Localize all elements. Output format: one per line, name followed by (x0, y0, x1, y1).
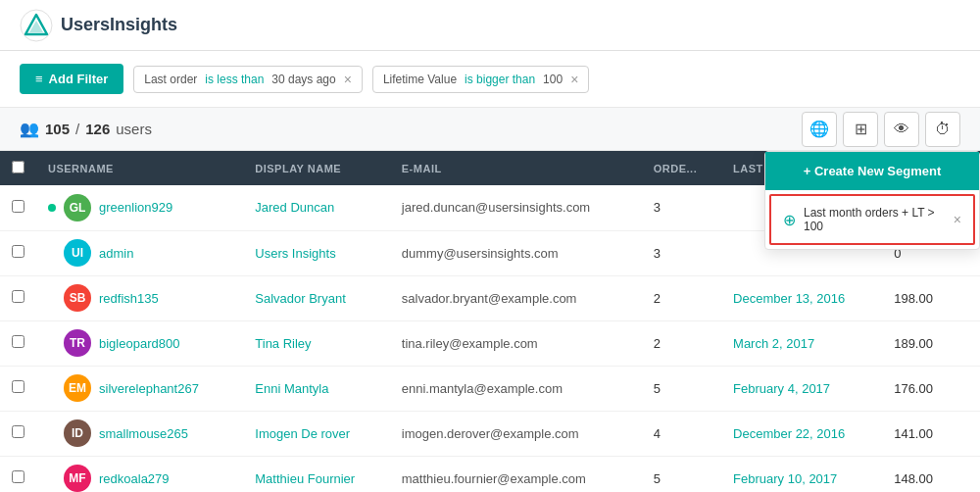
lifetime-value: 176.00 (894, 381, 933, 396)
row-checkbox[interactable] (12, 290, 24, 303)
display-name-link[interactable]: Jared Duncan (255, 200, 334, 215)
row-username-cell: TR bigleopard800 (36, 320, 243, 366)
filter-lifetime-remove[interactable]: × (570, 73, 578, 86)
row-email-cell: enni.mantyla@example.com (390, 366, 642, 411)
user-avatar: SB (64, 284, 91, 312)
row-lifetime-value-cell: 198.00 (882, 275, 980, 320)
select-all-checkbox[interactable] (12, 161, 24, 173)
online-indicator (48, 204, 56, 212)
row-checkbox[interactable] (12, 380, 24, 393)
username-link[interactable]: redkoala279 (99, 471, 170, 486)
display-name-link[interactable]: Users Insights (255, 246, 335, 261)
row-lifetime-value-cell: 141.00 (882, 411, 980, 456)
row-email-cell: matthieu.fournier@example.com (390, 456, 642, 492)
lifetime-value: 198.00 (894, 291, 933, 306)
email-text: jared.duncan@usersinsights.com (402, 200, 590, 215)
username-link[interactable]: redfish135 (99, 291, 159, 306)
display-name-link[interactable]: Imogen De rover (255, 426, 350, 441)
row-email-cell: dummy@usersinsights.com (390, 230, 642, 275)
order-count: 2 (654, 336, 661, 351)
table-row: SB redfish135 Salvador Bryant salvador.b… (0, 275, 980, 320)
filter-lifetime-prefix: Lifetime Value (383, 73, 457, 86)
order-count: 5 (654, 381, 661, 396)
lifetime-value: 141.00 (894, 426, 933, 441)
row-email-cell: jared.duncan@usersinsights.com (390, 185, 642, 230)
lifetime-value: 189.00 (894, 336, 933, 351)
count-filtered: 105 (45, 121, 70, 137)
row-lifetime-value-cell: 176.00 (882, 366, 980, 411)
table-row: ID smallmouse265 Imogen De rover imogen.… (0, 411, 980, 456)
user-avatar: UI (64, 239, 91, 267)
col-display-name: DISPLAY NAME (243, 151, 390, 185)
segment-item-label: Last month orders + LT > 100 (804, 206, 946, 233)
username-link[interactable]: admin (99, 246, 133, 261)
row-checkbox-cell (0, 275, 36, 320)
email-text: dummy@usersinsights.com (402, 246, 559, 261)
row-display-name-cell: Tina Riley (243, 320, 390, 366)
display-name-link[interactable]: Enni Mantyla (255, 381, 328, 396)
create-segment-button[interactable]: + Create New Segment (765, 152, 979, 190)
row-last-order-cell: December 13, 2016 (721, 275, 882, 320)
filter-icon: ≡ (35, 72, 43, 86)
row-checkbox-cell (0, 366, 36, 411)
username-link[interactable]: silverelephant267 (99, 381, 199, 396)
table-row: MF redkoala279 Matthieu Fournier matthie… (0, 456, 980, 492)
row-username-cell: EM silverelephant267 (36, 366, 243, 411)
logo-icon (20, 9, 53, 42)
filter-last-order-remove[interactable]: × (344, 73, 352, 86)
username-link[interactable]: smallmouse265 (99, 426, 188, 441)
order-count: 4 (654, 426, 661, 441)
order-count: 5 (654, 471, 661, 486)
filter-lifetime-suffix: 100 (543, 73, 563, 86)
app-name: UsersInsights (61, 15, 177, 35)
globe-view-button[interactable]: 🌐 (802, 112, 837, 147)
filter-last-order-prefix: Last order (144, 73, 197, 86)
username-link[interactable]: bigleopard800 (99, 336, 179, 351)
row-checkbox[interactable] (12, 425, 24, 438)
clock-view-button[interactable]: ⏱ (925, 112, 960, 147)
row-email-cell: tina.riley@example.com (390, 320, 642, 366)
lifetime-value: 148.00 (894, 471, 933, 486)
users-count: 👥 105 / 126 users (20, 120, 152, 138)
row-last-order-cell: February 10, 2017 (721, 456, 882, 492)
row-username-cell: SB redfish135 (36, 275, 243, 320)
row-last-order-cell: February 4, 2017 (721, 366, 882, 411)
row-display-name-cell: Users Insights (243, 230, 390, 275)
display-name-link[interactable]: Matthieu Fournier (255, 471, 355, 486)
segment-item: ⊕ Last month orders + LT > 100 × (769, 194, 975, 245)
row-username-cell: MF redkoala279 (36, 456, 243, 492)
row-display-name-cell: Jared Duncan (243, 185, 390, 230)
last-order-date: February 10, 2017 (733, 471, 837, 486)
grid-view-button[interactable]: ⊞ (843, 112, 878, 147)
email-text: salvador.bryant@example.com (402, 291, 577, 306)
email-text: imogen.derover@example.com (402, 426, 579, 441)
username-link[interactable]: greenlion929 (99, 200, 172, 215)
row-orders-cell: 2 (642, 320, 721, 366)
view-controls: 🌐 ⊞ 👁 ⏱ (802, 112, 960, 147)
row-checkbox[interactable] (12, 470, 24, 483)
row-checkbox-cell (0, 411, 36, 456)
row-checkbox[interactable] (12, 200, 24, 213)
row-checkbox-cell (0, 185, 36, 230)
display-name-link[interactable]: Tina Riley (255, 336, 311, 351)
row-checkbox[interactable] (12, 335, 24, 348)
email-text: enni.mantyla@example.com (402, 381, 563, 396)
segment-item-remove[interactable]: × (954, 212, 961, 227)
filter-tag-last-order: Last order is less than 30 days ago × (133, 66, 363, 93)
row-last-order-cell: March 2, 2017 (721, 320, 882, 366)
users-label: users (116, 121, 152, 137)
table-row: EM silverelephant267 Enni Mantyla enni.m… (0, 366, 980, 411)
row-display-name-cell: Salvador Bryant (243, 275, 390, 320)
filters-bar: ≡ Add Filter Last order is less than 30 … (0, 51, 980, 108)
row-checkbox[interactable] (12, 245, 24, 258)
order-count: 2 (654, 291, 661, 306)
display-name-link[interactable]: Salvador Bryant (255, 291, 346, 306)
eye-view-button[interactable]: 👁 (884, 112, 919, 147)
last-order-date: December 13, 2016 (733, 291, 845, 306)
add-filter-button[interactable]: ≡ Add Filter (20, 64, 123, 94)
last-order-date: February 4, 2017 (733, 381, 830, 396)
row-display-name-cell: Enni Mantyla (243, 366, 390, 411)
row-checkbox-cell (0, 230, 36, 275)
users-icon: 👥 (20, 120, 39, 138)
col-username: USERNAME (36, 151, 243, 185)
